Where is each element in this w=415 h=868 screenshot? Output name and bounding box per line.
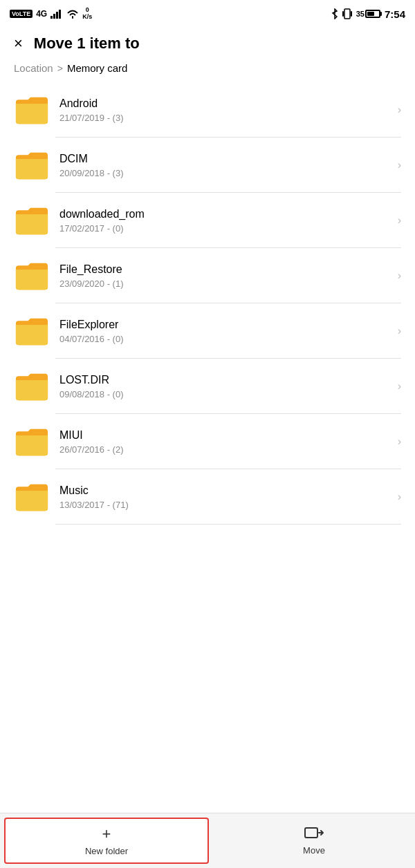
folder-name: MIUI bbox=[59, 428, 398, 443]
battery-box bbox=[365, 10, 380, 18]
folder-item[interactable]: FileExplorer 04/07/2016 - (0) › bbox=[0, 303, 415, 359]
folder-meta: 17/02/2017 - (0) bbox=[59, 223, 398, 234]
folder-item[interactable]: File_Restore 23/09/2020 - (1) › bbox=[0, 248, 415, 303]
network-type: 4G bbox=[36, 9, 47, 19]
folder-chevron-icon: › bbox=[398, 435, 401, 448]
folder-meta: 26/07/2016 - (2) bbox=[59, 444, 398, 455]
breadcrumb-current: Memory card bbox=[67, 62, 128, 74]
folder-item[interactable]: downloaded_rom 17/02/2017 - (0) › bbox=[0, 193, 415, 248]
folder-icon bbox=[14, 147, 50, 183]
move-button[interactable]: Move bbox=[213, 813, 415, 868]
folder-icon bbox=[14, 202, 50, 238]
vibrate-icon bbox=[342, 8, 352, 19]
folder-chevron-icon: › bbox=[398, 325, 401, 337]
svg-rect-0 bbox=[50, 16, 53, 19]
folder-item[interactable]: Android 21/07/2019 - (3) › bbox=[0, 82, 415, 138]
folder-name: File_Restore bbox=[59, 263, 398, 277]
folder-info: Android 21/07/2019 - (3) bbox=[59, 97, 398, 123]
svg-rect-6 bbox=[351, 11, 352, 17]
breadcrumb-separator: > bbox=[57, 63, 63, 74]
folder-chevron-icon: › bbox=[398, 380, 401, 393]
svg-rect-1 bbox=[53, 14, 55, 19]
folder-info: MIUI 26/07/2016 - (2) bbox=[59, 428, 398, 455]
svg-rect-5 bbox=[342, 11, 344, 17]
svg-rect-3 bbox=[59, 10, 61, 19]
svg-rect-7 bbox=[305, 828, 317, 838]
close-button[interactable]: × bbox=[14, 36, 23, 51]
folder-icon bbox=[14, 479, 50, 515]
battery-fill bbox=[367, 12, 374, 16]
folder-info: DCIM 20/09/2018 - (3) bbox=[59, 152, 398, 178]
volte-badge: VoLTE bbox=[10, 10, 33, 18]
folder-meta: 23/09/2020 - (1) bbox=[59, 279, 398, 289]
battery-indicator: 35 bbox=[356, 10, 380, 18]
folder-name: DCIM bbox=[59, 152, 398, 167]
new-folder-label: New folder bbox=[85, 846, 128, 856]
folder-name: downloaded_rom bbox=[59, 207, 398, 222]
new-folder-button[interactable]: + New folder bbox=[4, 818, 209, 864]
time-display: 7:54 bbox=[385, 8, 405, 20]
status-left: VoLTE 4G 0K/s bbox=[10, 7, 92, 21]
bottom-bar: + New folder Move bbox=[0, 813, 415, 868]
folder-name: FileExplorer bbox=[59, 318, 398, 332]
folder-chevron-icon: › bbox=[398, 159, 401, 171]
folder-chevron-icon: › bbox=[398, 104, 401, 116]
page-title: Move 1 item to bbox=[34, 35, 140, 53]
folder-info: LOST.DIR 09/08/2018 - (0) bbox=[59, 373, 398, 399]
folder-name: Music bbox=[59, 484, 398, 498]
folder-info: FileExplorer 04/07/2016 - (0) bbox=[59, 318, 398, 344]
battery-percent: 35 bbox=[356, 10, 365, 18]
folder-info: Music 13/03/2017 - (71) bbox=[59, 484, 398, 510]
folder-name: Android bbox=[59, 97, 398, 111]
folder-meta: 04/07/2016 - (0) bbox=[59, 334, 398, 344]
folder-chevron-icon: › bbox=[398, 491, 401, 503]
data-speed: 0K/s bbox=[82, 7, 92, 21]
move-icon bbox=[304, 826, 324, 842]
signal-icon bbox=[50, 9, 63, 19]
folder-item[interactable]: LOST.DIR 09/08/2018 - (0) › bbox=[0, 359, 415, 414]
breadcrumb-location[interactable]: Location bbox=[14, 62, 53, 74]
folder-icon bbox=[14, 258, 50, 294]
folder-item[interactable]: MIUI 26/07/2016 - (2) › bbox=[0, 414, 415, 469]
header: × Move 1 item to bbox=[0, 26, 415, 59]
breadcrumb: Location > Memory card bbox=[0, 59, 415, 82]
folder-meta: 13/03/2017 - (71) bbox=[59, 500, 398, 510]
folder-item[interactable]: Music 13/03/2017 - (71) › bbox=[0, 469, 415, 525]
status-bar: VoLTE 4G 0K/s 35 bbox=[0, 0, 415, 26]
folder-icon bbox=[14, 92, 50, 128]
new-folder-icon: + bbox=[102, 825, 111, 843]
folder-item[interactable]: DCIM 20/09/2018 - (3) › bbox=[0, 138, 415, 193]
folder-meta: 20/09/2018 - (3) bbox=[59, 168, 398, 178]
folder-list: Android 21/07/2019 - (3) › DCIM 20/09/20… bbox=[0, 82, 415, 813]
bluetooth-icon bbox=[331, 8, 338, 19]
wifi-icon bbox=[66, 9, 79, 19]
folder-info: downloaded_rom 17/02/2017 - (0) bbox=[59, 207, 398, 234]
folder-name: LOST.DIR bbox=[59, 373, 398, 388]
status-right: 35 7:54 bbox=[331, 8, 405, 20]
svg-rect-4 bbox=[344, 9, 350, 19]
folder-icon bbox=[14, 313, 50, 349]
folder-icon bbox=[14, 424, 50, 460]
move-label: Move bbox=[303, 845, 325, 856]
folder-icon bbox=[14, 368, 50, 404]
folder-chevron-icon: › bbox=[398, 270, 401, 282]
folder-info: File_Restore 23/09/2020 - (1) bbox=[59, 263, 398, 289]
folder-chevron-icon: › bbox=[398, 214, 401, 227]
folder-meta: 21/07/2019 - (3) bbox=[59, 113, 398, 123]
svg-rect-2 bbox=[56, 12, 58, 19]
folder-meta: 09/08/2018 - (0) bbox=[59, 389, 398, 399]
